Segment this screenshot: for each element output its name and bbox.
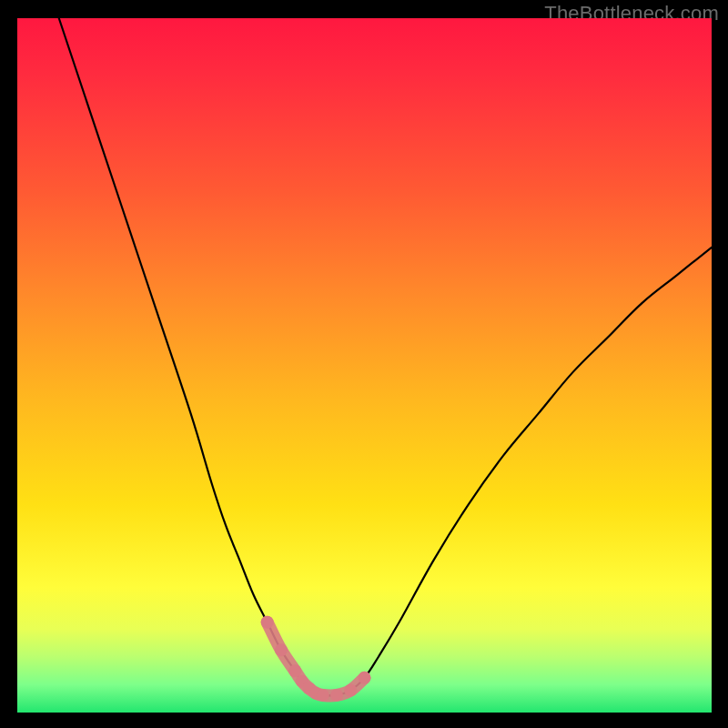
frame: TheBottleneck.com — [0, 0, 728, 728]
pink-band-marker — [344, 684, 357, 697]
pink-band-marker — [359, 672, 371, 684]
pink-band-marker — [317, 689, 329, 702]
series-black-curve — [59, 18, 712, 695]
pink-band-marker — [275, 643, 288, 656]
series-layer — [59, 18, 712, 702]
pink-band-marker — [261, 616, 274, 629]
pink-band-marker — [288, 664, 301, 677]
pink-band-marker — [330, 689, 343, 702]
chart-svg — [17, 18, 712, 713]
plot-area — [17, 18, 712, 713]
